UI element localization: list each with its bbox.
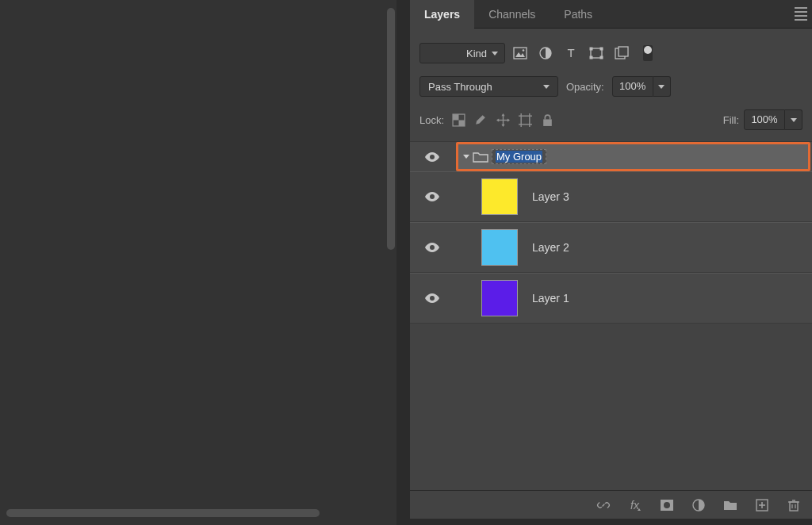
horizontal-scrollbar[interactable] (6, 509, 320, 517)
chevron-down-icon (658, 85, 665, 89)
svg-rect-11 (600, 56, 603, 59)
layer-row[interactable]: Layer 2 (410, 222, 812, 273)
layer-row[interactable]: Layer 1 (410, 273, 812, 324)
layer-name[interactable]: Layer 1 (532, 292, 569, 305)
filter-adjustment-icon[interactable] (538, 46, 553, 60)
panel-menu-icon[interactable] (795, 7, 812, 21)
blend-mode-value: Pass Through (428, 81, 543, 93)
layer-thumbnail[interactable] (481, 280, 518, 316)
filter-pixel-icon[interactable] (513, 46, 527, 60)
adjustment-layer-icon[interactable] (691, 498, 706, 512)
new-layer-icon[interactable] (755, 498, 769, 512)
fill-label: Fill: (723, 114, 739, 126)
vertical-scrollbar[interactable] (387, 8, 395, 250)
canvas-area[interactable] (0, 0, 396, 525)
chevron-down-icon (492, 52, 498, 56)
new-group-icon[interactable] (723, 498, 737, 512)
layer-mask-icon[interactable] (660, 498, 674, 512)
opacity-value[interactable]: 100% (612, 76, 653, 97)
layers-bottom-toolbar: fx (410, 490, 812, 519)
tab-layers[interactable]: Layers (410, 0, 474, 29)
svg-text:T: T (567, 46, 574, 59)
layer-name[interactable]: Layer 2 (532, 241, 569, 254)
filter-smartobject-icon[interactable] (615, 46, 629, 60)
group-name-input[interactable]: My Group (492, 149, 546, 164)
link-layers-icon[interactable] (596, 498, 611, 512)
layers-panel: Layers Channels Paths Kind T Pass Throug… (410, 0, 812, 525)
delete-layer-icon[interactable] (787, 498, 801, 512)
chevron-down-icon (543, 85, 550, 89)
filter-row: Kind T (410, 29, 812, 70)
svg-rect-23 (521, 116, 530, 125)
lock-label: Lock: (419, 114, 444, 126)
blend-mode-select[interactable]: Pass Through (419, 76, 558, 97)
svg-marker-19 (501, 113, 504, 116)
svg-point-36 (430, 296, 435, 301)
layer-thumbnail[interactable] (481, 229, 518, 266)
svg-rect-10 (590, 56, 592, 59)
filter-kind-label: Kind (466, 48, 487, 59)
filter-toggle[interactable] (643, 45, 653, 61)
layer-visibility-toggle[interactable] (410, 293, 454, 304)
svg-rect-15 (453, 114, 458, 120)
fill-dropdown[interactable] (785, 109, 802, 130)
layer-effects-icon[interactable]: fx (628, 498, 642, 512)
lock-pixels-icon[interactable] (474, 113, 488, 127)
panel-gutter (396, 0, 410, 525)
opacity-label: Opacity: (566, 81, 604, 93)
lock-transparency-icon[interactable] (452, 113, 465, 127)
svg-rect-45 (790, 502, 798, 511)
tab-paths[interactable]: Paths (550, 0, 607, 29)
layers-list: My Group Layer 3 Layer 2 Layer 1 (410, 141, 812, 324)
layer-visibility-toggle[interactable] (410, 191, 454, 202)
lock-artboard-icon[interactable] (519, 113, 532, 127)
svg-rect-16 (459, 120, 465, 125)
tab-channels[interactable]: Channels (474, 0, 550, 29)
panel-tabs: Layers Channels Paths (410, 0, 812, 29)
search-icon (427, 36, 462, 71)
folder-icon (473, 151, 488, 163)
blend-row: Pass Through Opacity: 100% (410, 70, 812, 103)
svg-marker-22 (508, 118, 510, 121)
lock-row: Lock: Fill: 100% (410, 103, 812, 141)
svg-marker-3 (515, 52, 525, 57)
filter-kind-select[interactable]: Kind (419, 43, 505, 63)
svg-point-35 (430, 245, 435, 250)
lock-all-icon[interactable] (541, 113, 554, 127)
svg-point-0 (431, 40, 450, 60)
svg-rect-13 (619, 47, 628, 56)
svg-line-1 (448, 57, 457, 66)
svg-marker-21 (496, 118, 499, 121)
filter-type-icon[interactable]: T (564, 46, 578, 60)
svg-rect-9 (600, 48, 603, 50)
group-row[interactable]: My Group (456, 142, 810, 171)
lock-position-icon[interactable] (496, 113, 510, 127)
layer-name[interactable]: Layer 3 (532, 190, 569, 203)
filter-type-icons: T (513, 45, 653, 61)
svg-point-33 (430, 155, 435, 159)
svg-rect-8 (590, 48, 592, 50)
layer-visibility-toggle[interactable] (410, 242, 454, 253)
group-visibility-toggle[interactable] (410, 151, 454, 163)
empty-area (410, 324, 812, 490)
chevron-down-icon (791, 118, 797, 122)
svg-point-4 (523, 49, 525, 52)
opacity-dropdown[interactable] (653, 76, 671, 97)
fill-value[interactable]: 100% (744, 109, 785, 130)
expand-arrow-icon[interactable] (463, 155, 469, 159)
filter-shape-icon[interactable] (589, 46, 603, 60)
svg-marker-20 (501, 124, 504, 126)
svg-rect-32 (543, 119, 552, 126)
svg-point-34 (430, 194, 435, 199)
layer-row[interactable]: Layer 3 (410, 171, 812, 222)
layer-thumbnail[interactable] (481, 178, 518, 215)
svg-point-40 (664, 502, 670, 508)
